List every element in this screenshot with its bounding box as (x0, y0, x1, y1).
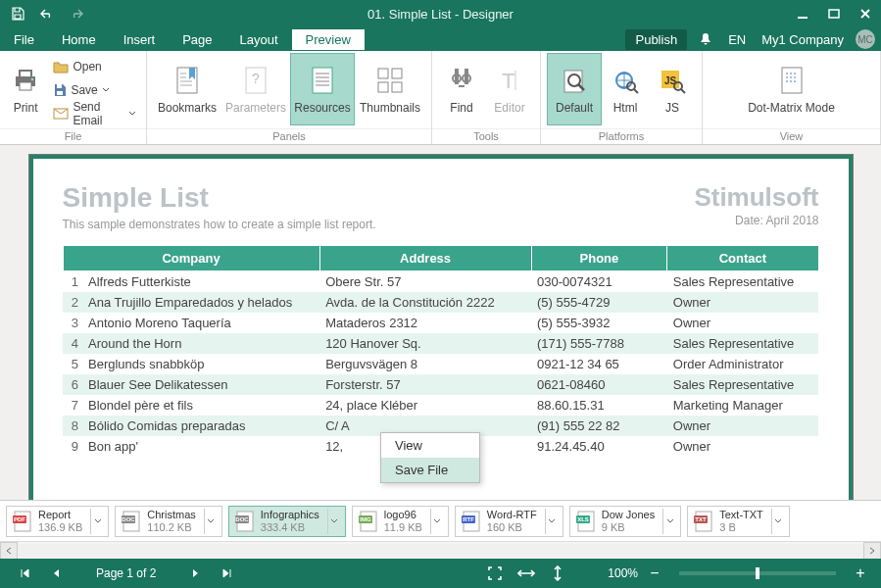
scroll-right-button[interactable] (863, 542, 881, 560)
attachment-item[interactable]: DOCChristmas110.2 KB (115, 506, 222, 537)
attachment-dropdown[interactable] (771, 509, 785, 534)
notifications-button[interactable] (691, 29, 720, 49)
first-icon (19, 567, 30, 579)
table-row: 7Blondel père et fils24, place Kléber88.… (63, 395, 818, 416)
context-menu-view[interactable]: View (381, 433, 479, 458)
menu-insert[interactable]: Insert (110, 29, 170, 50)
svg-point-50 (790, 80, 792, 82)
attachment-item[interactable]: PDFReport136.9 KB (6, 506, 109, 537)
th-company: Company (63, 246, 319, 271)
zoom-out-button[interactable]: − (648, 564, 661, 582)
first-page-button[interactable] (14, 563, 35, 584)
bookmarks-button[interactable]: Bookmarks (153, 53, 221, 125)
context-menu: View Save File (380, 432, 480, 483)
maximize-button[interactable] (818, 0, 850, 27)
attachment-dropdown[interactable] (662, 509, 676, 534)
save-qa-button[interactable] (4, 0, 31, 27)
zoom-thumb[interactable] (756, 567, 759, 579)
menu-preview[interactable]: Preview (292, 29, 365, 50)
horizontal-scrollbar[interactable] (0, 541, 881, 559)
fit-width-button[interactable] (515, 563, 537, 584)
menu-home[interactable]: Home (48, 29, 110, 50)
svg-point-47 (790, 76, 792, 78)
fullscreen-button[interactable] (484, 563, 506, 584)
js-button[interactable]: JS JS (649, 53, 696, 125)
attachment-dropdown[interactable] (90, 509, 104, 534)
close-button[interactable] (850, 0, 881, 27)
user-avatar[interactable]: MC (856, 29, 875, 49)
send-email-button[interactable]: Send Email (49, 103, 140, 124)
print-button[interactable]: Print (6, 53, 45, 125)
open-button[interactable]: Open (49, 56, 140, 77)
parameters-icon: ? (243, 66, 269, 95)
file-icon: IMG (357, 510, 380, 533)
attachment-item[interactable]: RTFWord-RTF160 KB (455, 506, 563, 537)
attachment-dropdown[interactable] (327, 509, 341, 534)
zoom-in-button[interactable]: + (854, 564, 867, 582)
svg-text:?: ? (252, 71, 260, 86)
ribbon-group-view: View (703, 128, 880, 144)
globe-magnifier-icon (612, 67, 639, 94)
default-button[interactable]: Default (547, 53, 602, 125)
print-label: Print (14, 101, 38, 115)
attachment-item[interactable]: XLSDow Jones9 KB (569, 506, 681, 537)
svg-rect-16 (313, 68, 332, 93)
redo-qa-button[interactable] (63, 0, 90, 27)
scroll-track[interactable] (18, 544, 863, 558)
table-row: 6Blauer See DelikatessenForsterstr. 5706… (63, 374, 818, 395)
ribbon-group-file: File (0, 128, 146, 144)
svg-rect-42 (782, 68, 802, 93)
table-row: 1Alfreds FutterkisteObere Str. 57030-007… (63, 271, 818, 293)
report-date: Date: April 2018 (735, 214, 818, 227)
prev-page-button[interactable] (45, 563, 67, 584)
chevron-down-icon (330, 517, 338, 525)
last-icon (221, 567, 233, 579)
html-button[interactable]: Html (602, 53, 649, 125)
close-icon (859, 8, 871, 20)
parameters-button[interactable]: ? Parameters (221, 53, 290, 125)
attachment-dropdown[interactable] (204, 509, 218, 534)
context-menu-save-file[interactable]: Save File (381, 458, 479, 482)
language-button[interactable]: EN (720, 29, 754, 50)
table-row: 4Around the Horn120 Hanover Sq.(171) 555… (63, 333, 818, 354)
svg-text:T: T (502, 69, 514, 93)
svg-point-46 (786, 76, 788, 78)
page-indicator: Page 1 of 2 (96, 566, 156, 580)
svg-point-51 (794, 80, 796, 82)
ribbon-group-panels: Panels (147, 128, 431, 144)
next-page-button[interactable] (185, 563, 207, 584)
minimize-button[interactable] (787, 0, 818, 27)
attachment-dropdown[interactable] (430, 509, 444, 534)
document-area[interactable]: Simple List Stimulsoft This sample demon… (0, 145, 881, 500)
undo-qa-button[interactable] (33, 0, 61, 27)
chevron-down-icon (774, 517, 782, 525)
attachment-item[interactable]: TXTText-TXT3 B (687, 506, 790, 537)
th-address: Address (319, 246, 531, 271)
menu-file[interactable]: File (0, 29, 48, 50)
ribbon-group-platforms: Platforms (541, 128, 702, 144)
svg-text:DOC: DOC (122, 516, 136, 522)
publish-button[interactable]: Publish (625, 29, 687, 50)
next-icon (191, 567, 201, 579)
thumbnails-button[interactable]: Thumbnails (355, 53, 425, 125)
svg-line-37 (634, 89, 638, 93)
attachment-item[interactable]: DOCInfographics333.4 KB (228, 506, 346, 537)
scroll-left-button[interactable] (0, 542, 18, 560)
menu-page[interactable]: Page (169, 29, 225, 50)
last-page-button[interactable] (217, 563, 238, 584)
chevron-down-icon (128, 110, 136, 118)
bell-icon (699, 32, 712, 46)
editor-button[interactable]: T Editor (485, 53, 534, 125)
zoom-slider[interactable] (679, 571, 836, 575)
company-label[interactable]: My1 Company (754, 29, 852, 50)
find-button[interactable]: Find (438, 53, 485, 125)
menu-layout[interactable]: Layout (226, 29, 292, 50)
attachment-dropdown[interactable] (545, 509, 559, 534)
save-button[interactable]: Save (49, 79, 140, 101)
resources-button[interactable]: Resources (290, 53, 355, 125)
fit-height-button[interactable] (547, 563, 568, 584)
ribbon-group-tools: Tools (432, 128, 540, 144)
attachment-item[interactable]: IMGlogo9611.9 KB (352, 506, 449, 537)
svg-point-45 (794, 73, 796, 74)
dot-matrix-button[interactable]: Dot-Matrix Mode (738, 53, 846, 125)
